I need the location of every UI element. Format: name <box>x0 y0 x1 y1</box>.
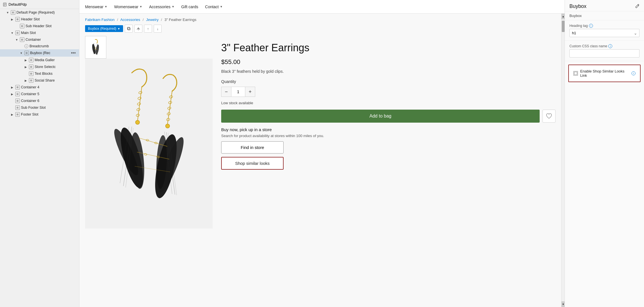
product-thumbnail[interactable] <box>85 36 106 59</box>
social-icon: ⊞ <box>29 78 33 83</box>
enable-shop-label: Enable Shop Similar Looks Link <box>580 69 629 78</box>
right-panel-title: Buybox <box>569 3 586 9</box>
tree-label: Container 4 <box>21 85 39 89</box>
right-panel-header: Buybox <box>565 0 644 11</box>
custom-css-input[interactable] <box>569 49 639 57</box>
tree-label: Container 5 <box>21 92 39 96</box>
slot-icon: ⊞ <box>20 24 24 28</box>
breadcrumb-sep: / <box>117 18 118 22</box>
breadcrumb-accessories-link[interactable]: Accessories <box>120 18 140 22</box>
scroll-up-button[interactable]: ▲ <box>561 14 565 19</box>
quantity-decrease-button[interactable]: − <box>221 87 231 97</box>
scroll-thumb <box>562 21 565 32</box>
tree-item-social-share[interactable]: ▶ ⊞ Social Share <box>0 77 79 84</box>
add-to-bag-button[interactable]: Add to bag <box>221 110 540 123</box>
tree-item-container-5[interactable]: ▶ ⊞ Container 5 <box>0 91 79 97</box>
buybox-icon: ⊞ <box>24 51 29 55</box>
left-panel-title: DefaultPdp <box>9 2 27 7</box>
heading-tag-select[interactable]: h1 h2 h3 h4 h5 h6 <box>569 29 639 37</box>
wishlist-button[interactable] <box>542 110 556 123</box>
enable-shop-similar-row: Enable Shop Similar Looks Link i <box>568 65 641 82</box>
heading-tag-section: Heading tag i h1 h2 h3 h4 h5 h6 <box>565 20 644 41</box>
svg-rect-4 <box>128 28 130 30</box>
quantity-increase-button[interactable]: + <box>245 87 255 97</box>
breadcrumb-jewelry-link[interactable]: Jewelry <box>146 18 159 22</box>
product-description: Black 3" feathers held by gold clips. <box>221 69 556 74</box>
chevron-right-icon: ▶ <box>10 86 14 89</box>
chevron-down-icon: ▼ <box>15 38 19 41</box>
heart-icon <box>546 113 552 119</box>
move-down-button[interactable]: ↓ <box>154 25 162 33</box>
nav-gift-cards[interactable]: Gift cards <box>181 1 198 13</box>
tree-item-container-4[interactable]: ▶ ⊞ Container 4 <box>0 84 79 91</box>
tree-label: Footer Slot <box>21 112 38 116</box>
custom-css-info-icon[interactable]: i <box>608 44 612 48</box>
chevron-down-icon: ▼ <box>19 52 23 55</box>
chevron-right-icon: ▶ <box>24 79 28 82</box>
svg-rect-5 <box>127 27 130 29</box>
nav-accessories[interactable]: Accessories ▼ <box>149 1 174 13</box>
tree-label: Main Slot <box>21 31 36 35</box>
find-in-store-button[interactable]: Find in store <box>221 141 284 154</box>
product-title: 3" Feather Earrings <box>221 42 556 54</box>
tree-item-footer-slot[interactable]: ▶ ⊞ Footer Slot <box>0 111 79 118</box>
tree-item-container[interactable]: ▼ ⊞ Container <box>0 36 79 43</box>
move-up-button[interactable]: ↑ <box>144 25 152 33</box>
tree-item-media-gallery[interactable]: ▶ ⊞ Media Galler <box>0 57 79 63</box>
nav-accessories-label: Accessories <box>149 5 170 9</box>
tree-item-sub-footer-slot[interactable]: ▶ ⊞ Sub Footer Slot <box>0 104 79 111</box>
shop-similar-looks-button[interactable]: Shop similar looks <box>221 157 284 170</box>
copy-button[interactable] <box>125 25 133 33</box>
center-panel: Menswear ▼ Womenswear ▼ Accessories ▼ Gi… <box>79 0 565 307</box>
slot-icon: ⊞ <box>15 17 20 22</box>
left-panel: DefaultPdp ▼ ⊞ Default Page (Required) ▶… <box>0 0 79 307</box>
media-icon: ⊞ <box>29 58 33 62</box>
tree-label: Store Selectc <box>35 65 56 69</box>
nav-contact[interactable]: Contact ▼ <box>205 1 223 13</box>
chevron-right-icon: ▶ <box>24 65 28 69</box>
tree-label: Buybox (Rec <box>30 51 50 55</box>
tree-label: Breadcrumb <box>29 44 49 48</box>
store-icon: ⊞ <box>29 65 33 69</box>
product-price: $55.00 <box>221 58 556 66</box>
enable-shop-info-icon[interactable]: i <box>632 71 635 75</box>
product-main-image <box>85 59 213 229</box>
tree-label: Media Galler <box>35 58 55 62</box>
breadcrumb-home-link[interactable]: Fabrikam Fashion <box>85 18 115 22</box>
tree-label: Sub Footer Slot <box>21 106 46 110</box>
right-panel-subtitle: Buybox <box>565 11 644 20</box>
slot-icon: ⊞ <box>15 31 20 35</box>
tree-item-main-slot[interactable]: ▼ ⊞ Main Slot <box>0 29 79 36</box>
tree-item-default-page[interactable]: ▼ ⊞ Default Page (Required) <box>0 9 79 16</box>
left-panel-header: DefaultPdp <box>0 0 79 9</box>
chevron-right-icon: ▶ <box>10 93 14 96</box>
tree-label: Default Page (Required) <box>16 10 55 14</box>
more-options-button[interactable]: ••• <box>70 50 77 56</box>
tree-item-container-6[interactable]: ▶ ⊞ Container 6 <box>0 97 79 104</box>
heading-tag-select-wrapper: h1 h2 h3 h4 h5 h6 <box>569 29 639 37</box>
tree-item-store-select[interactable]: ▶ ⊞ Store Selectc <box>0 63 79 70</box>
scroll-down-button[interactable]: ▼ <box>561 301 565 307</box>
tree-item-header-slot[interactable]: ▶ ⊞ Header Slot <box>0 16 79 23</box>
tree-item-text-blocks[interactable]: ▶ ⊞ Text Blocks <box>0 70 79 77</box>
tree-item-breadcrumb[interactable]: ▶ ○ Breadcrumb <box>0 43 79 49</box>
nav-menswear[interactable]: Menswear ▼ <box>85 1 107 13</box>
pickup-description: Search for product availability at store… <box>221 134 556 138</box>
export-button[interactable] <box>134 25 142 33</box>
checkbox-icon <box>574 72 577 75</box>
breadcrumb-icon: ○ <box>24 44 28 48</box>
chevron-down-icon: ▼ <box>220 5 223 8</box>
svg-point-27 <box>136 121 139 124</box>
copy-icon <box>127 27 131 31</box>
tree-item-sub-header-slot[interactable]: ▶ ⊞ Sub Header Slot <box>0 23 79 29</box>
tree-item-buybox-rec[interactable]: ▼ ⊞ Buybox (Rec ••• <box>0 49 79 57</box>
heading-tag-info-icon[interactable]: i <box>589 24 593 28</box>
nav-womenswear[interactable]: Womenswear ▼ <box>114 1 142 13</box>
buybox-required-button[interactable]: Buybox (Required) ▼ <box>85 25 123 32</box>
enable-shop-checkbox[interactable] <box>573 71 578 76</box>
scroll-track[interactable] <box>561 19 565 301</box>
nav-gift-cards-label: Gift cards <box>181 5 198 9</box>
vertical-scrollbar[interactable]: ▲ ▼ <box>561 14 565 307</box>
quantity-value: 1 <box>231 87 245 97</box>
edit-button[interactable] <box>635 4 639 9</box>
